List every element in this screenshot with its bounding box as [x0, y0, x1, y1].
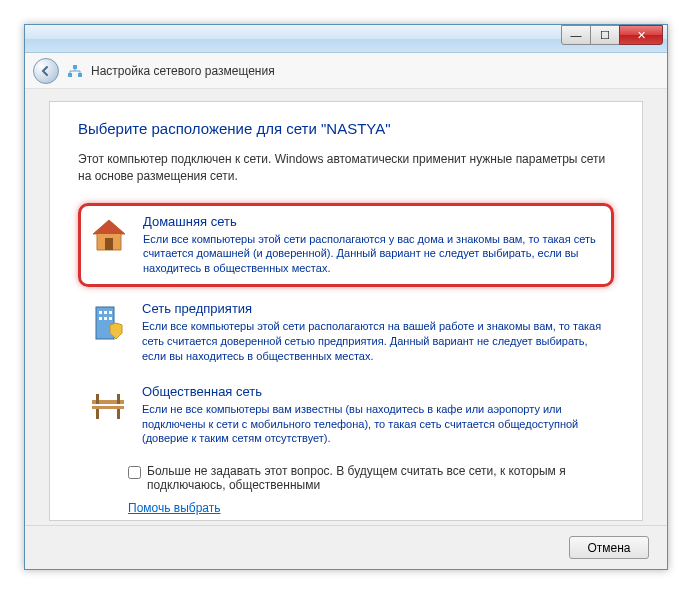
- svg-rect-0: [68, 73, 72, 77]
- svg-rect-9: [109, 311, 112, 314]
- svg-rect-15: [96, 409, 99, 419]
- bench-icon: [86, 384, 130, 428]
- maximize-button[interactable]: ☐: [590, 25, 620, 45]
- page-description: Этот компьютер подключен к сети. Windows…: [78, 151, 614, 185]
- home-icon: [87, 214, 131, 258]
- close-icon: ✕: [637, 29, 646, 42]
- checkbox-label: Больше не задавать этот вопрос. В будуще…: [147, 464, 614, 492]
- help-link[interactable]: Помочь выбрать: [128, 501, 221, 515]
- dialog-title: Настройка сетевого размещения: [91, 64, 275, 78]
- svg-rect-17: [96, 394, 99, 404]
- svg-rect-14: [92, 406, 124, 409]
- building-icon: [86, 301, 130, 345]
- svg-rect-8: [104, 311, 107, 314]
- dont-ask-checkbox[interactable]: [128, 466, 141, 479]
- option-public-network[interactable]: Общественная сеть Если не все компьютеры…: [78, 374, 614, 457]
- option-title: Общественная сеть: [142, 384, 606, 399]
- network-icon: [67, 63, 83, 79]
- back-arrow-icon: [40, 65, 52, 77]
- option-body: Домашняя сеть Если все компьютеры этой с…: [143, 214, 605, 277]
- svg-rect-5: [105, 238, 113, 250]
- option-title: Домашняя сеть: [143, 214, 605, 229]
- option-work-network[interactable]: Сеть предприятия Если все компьютеры это…: [78, 291, 614, 374]
- option-description: Если все компьютеры этой сети располагаю…: [143, 232, 605, 277]
- back-button[interactable]: [33, 58, 59, 84]
- svg-rect-2: [73, 65, 77, 69]
- close-button[interactable]: ✕: [619, 25, 663, 45]
- maximize-icon: ☐: [600, 29, 610, 42]
- svg-marker-4: [93, 220, 125, 234]
- dialog-window: — ☐ ✕ Настройка сетевого размещения Выбе…: [24, 24, 668, 570]
- network-options: Домашняя сеть Если все компьютеры этой с…: [78, 203, 614, 457]
- option-body: Сеть предприятия Если все компьютеры это…: [142, 301, 606, 364]
- option-title: Сеть предприятия: [142, 301, 606, 316]
- header-row: Настройка сетевого размещения: [25, 53, 667, 89]
- svg-rect-7: [99, 311, 102, 314]
- dont-ask-checkbox-row[interactable]: Больше не задавать этот вопрос. В будуще…: [128, 464, 614, 492]
- option-description: Если не все компьютеры вам известны (вы …: [142, 402, 606, 447]
- window-controls: — ☐ ✕: [562, 25, 663, 45]
- minimize-icon: —: [571, 29, 582, 41]
- cancel-button[interactable]: Отмена: [569, 536, 649, 559]
- minimize-button[interactable]: —: [561, 25, 591, 45]
- option-body: Общественная сеть Если не все компьютеры…: [142, 384, 606, 447]
- svg-rect-18: [117, 394, 120, 404]
- option-description: Если все компьютеры этой сети располагаю…: [142, 319, 606, 364]
- dialog-footer: Отмена: [25, 525, 667, 569]
- page-heading: Выберите расположение для сети "NASTYA": [78, 120, 614, 137]
- svg-rect-12: [109, 317, 112, 320]
- svg-rect-16: [117, 409, 120, 419]
- svg-rect-11: [104, 317, 107, 320]
- svg-rect-1: [78, 73, 82, 77]
- option-home-network[interactable]: Домашняя сеть Если все компьютеры этой с…: [78, 203, 614, 288]
- titlebar: — ☐ ✕: [25, 25, 667, 53]
- svg-rect-10: [99, 317, 102, 320]
- content-area: Выберите расположение для сети "NASTYA" …: [49, 101, 643, 521]
